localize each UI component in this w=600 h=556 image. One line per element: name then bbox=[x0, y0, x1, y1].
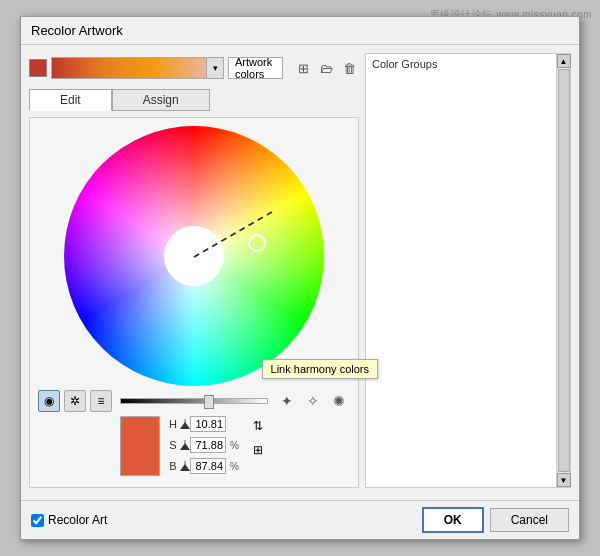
tab-assign[interactable]: Assign bbox=[112, 89, 210, 111]
scroll-thumb[interactable] bbox=[558, 69, 570, 472]
cancel-button[interactable]: Cancel bbox=[490, 508, 569, 532]
brightness-slider[interactable] bbox=[120, 398, 268, 404]
recolor-art-checkbox-label[interactable]: Recolor Art bbox=[31, 513, 107, 527]
artwork-colors-dropdown[interactable]: Artwork colors bbox=[228, 57, 283, 79]
h-slider[interactable] bbox=[184, 419, 186, 429]
tab-edit[interactable]: Edit bbox=[29, 89, 112, 111]
h-row: H bbox=[166, 416, 242, 432]
right-controls: ✦ ✧ ✺ bbox=[276, 390, 350, 412]
right-panel: Color Groups ▲ ▼ bbox=[365, 53, 571, 488]
tabs-row: Edit Assign bbox=[29, 89, 359, 111]
s-unit: % bbox=[230, 440, 242, 451]
color-groups-label: Color Groups bbox=[366, 54, 570, 74]
slider-rows: H S bbox=[166, 416, 242, 479]
grid-view-icon[interactable]: ⊞ bbox=[248, 440, 268, 460]
color-wheel[interactable] bbox=[64, 126, 324, 386]
wheel-handle[interactable] bbox=[248, 234, 266, 252]
swatch-area: ▾ bbox=[51, 57, 224, 79]
slider-extra: ⇅ ⊞ bbox=[248, 416, 268, 460]
dialog-content: ▾ Artwork colors ⊞ 🗁 🗑 Edit Assign bbox=[21, 45, 579, 496]
hsb-section: H S bbox=[120, 416, 268, 479]
remove-color-icon[interactable]: ✧ bbox=[302, 390, 324, 412]
color-square[interactable] bbox=[29, 59, 47, 77]
b-thumb[interactable] bbox=[180, 464, 190, 471]
color-wheel-container: ◉ ✲ ≡ ✦ ✧ ✺ Link harmony colors bbox=[29, 117, 359, 488]
mode-bars-icon[interactable]: ≡ bbox=[90, 390, 112, 412]
save-icon[interactable]: 🗁 bbox=[316, 58, 336, 78]
wheel-bottom-controls: ◉ ✲ ≡ ✦ ✧ ✺ bbox=[38, 386, 350, 416]
b-unit: % bbox=[230, 461, 242, 472]
s-slider[interactable] bbox=[184, 440, 186, 450]
swatch-dropdown-arrow[interactable]: ▾ bbox=[206, 57, 224, 79]
h-thumb[interactable] bbox=[180, 422, 190, 429]
mode-wheel-icon[interactable]: ◉ bbox=[38, 390, 60, 412]
wheel-mode-icons: ◉ ✲ ≡ bbox=[38, 390, 112, 412]
b-row: B % bbox=[166, 458, 242, 474]
brightness-thumb[interactable] bbox=[204, 395, 214, 409]
color-preview bbox=[120, 416, 160, 476]
edit-artwork-icon[interactable]: ⊞ bbox=[293, 58, 313, 78]
recolor-art-label: Recolor Art bbox=[48, 513, 107, 527]
bottom-bar: Recolor Art OK Cancel bbox=[21, 500, 579, 539]
s-value[interactable] bbox=[190, 437, 226, 453]
dialog-container: Recolor Artwork ▾ Artwork colors ⊞ 🗁 🗑 bbox=[20, 16, 580, 540]
color-wheel-wrapper[interactable] bbox=[64, 126, 324, 386]
delete-icon[interactable]: 🗑 bbox=[339, 58, 359, 78]
b-value[interactable] bbox=[190, 458, 226, 474]
h-label: H bbox=[166, 418, 180, 430]
link-harmony-icon[interactable]: ✺ bbox=[328, 390, 350, 412]
s-thumb[interactable] bbox=[180, 443, 190, 450]
scroll-up-arrow[interactable]: ▲ bbox=[557, 54, 571, 68]
add-color-icon[interactable]: ✦ bbox=[276, 390, 298, 412]
sort-rows-icon[interactable]: ⇅ bbox=[248, 416, 268, 436]
tooltip-link-harmony: Link harmony colors bbox=[262, 359, 378, 379]
right-scrollbar[interactable]: ▲ ▼ bbox=[556, 54, 570, 487]
s-label: S bbox=[166, 439, 180, 451]
s-row: S % bbox=[166, 437, 242, 453]
dialog-title: Recolor Artwork bbox=[21, 17, 579, 45]
left-panel: ▾ Artwork colors ⊞ 🗁 🗑 Edit Assign bbox=[29, 53, 359, 488]
color-swatch[interactable] bbox=[51, 57, 206, 79]
toolbar-icons: ⊞ 🗁 🗑 bbox=[293, 58, 359, 78]
mode-spectrum-icon[interactable]: ✲ bbox=[64, 390, 86, 412]
ok-button[interactable]: OK bbox=[422, 507, 484, 533]
scroll-down-arrow[interactable]: ▼ bbox=[557, 473, 571, 487]
recolor-art-checkbox[interactable] bbox=[31, 514, 44, 527]
toolbar-row: ▾ Artwork colors ⊞ 🗁 🗑 bbox=[29, 53, 359, 83]
b-slider[interactable] bbox=[184, 461, 186, 471]
b-label: B bbox=[166, 460, 180, 472]
h-value[interactable] bbox=[190, 416, 226, 432]
